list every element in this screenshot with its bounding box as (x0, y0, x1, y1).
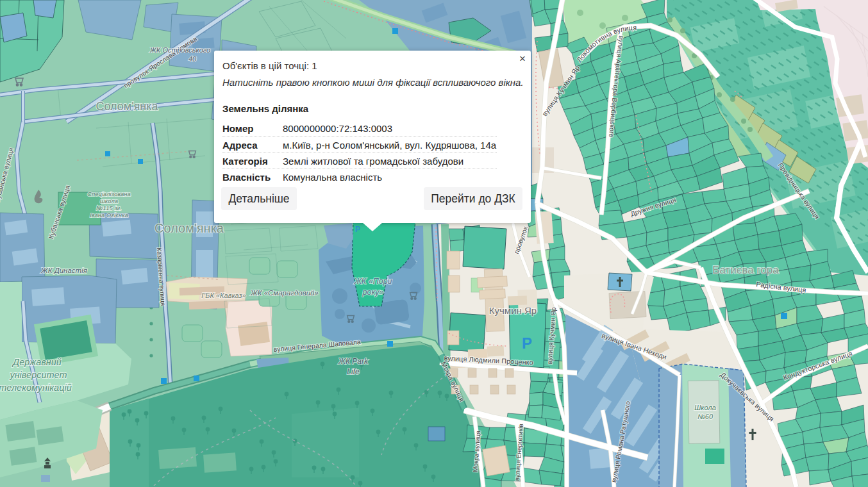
svg-text:ЖК «Смарагдовий»: ЖК «Смарагдовий» (250, 289, 319, 297)
svg-text:P: P (522, 334, 532, 352)
svg-text:школа: школа (100, 197, 118, 204)
svg-text:Солом'янка: Солом'янка (96, 100, 158, 113)
svg-text:ЖК Островського: ЖК Островського (149, 46, 210, 54)
svg-text:університет: університет (9, 370, 67, 380)
svg-text:P: P (355, 225, 360, 234)
svg-text:року»: року» (362, 288, 383, 297)
svg-text:Державний: Державний (12, 357, 62, 367)
svg-text:№60: №60 (697, 413, 714, 420)
svg-text:№115 ім.: №115 ім. (96, 204, 121, 211)
svg-text:ЖК Park: ЖК Park (338, 357, 369, 366)
svg-text:40: 40 (188, 55, 197, 63)
svg-text:Солом'янка: Солом'янка (154, 221, 224, 235)
svg-text:ЖК Династія: ЖК Династія (40, 267, 87, 274)
svg-text:ГБК «Кавказ»: ГБК «Кавказ» (201, 292, 246, 299)
svg-text:Батиєва гора: Батиєва гора (712, 264, 779, 276)
svg-text:телекомунікацій: телекомунікацій (0, 383, 72, 393)
svg-text:Кучмин Яр: Кучмин Яр (489, 305, 537, 316)
svg-text:Івана Огієнка: Івана Огієнка (90, 211, 128, 219)
svg-text:ЖК «Пори: ЖК «Пори (353, 277, 392, 286)
svg-text:Спеціалізована: Спеціалізована (87, 190, 131, 197)
svg-text:Life: Life (347, 367, 360, 376)
svg-text:Школа: Школа (694, 404, 716, 411)
